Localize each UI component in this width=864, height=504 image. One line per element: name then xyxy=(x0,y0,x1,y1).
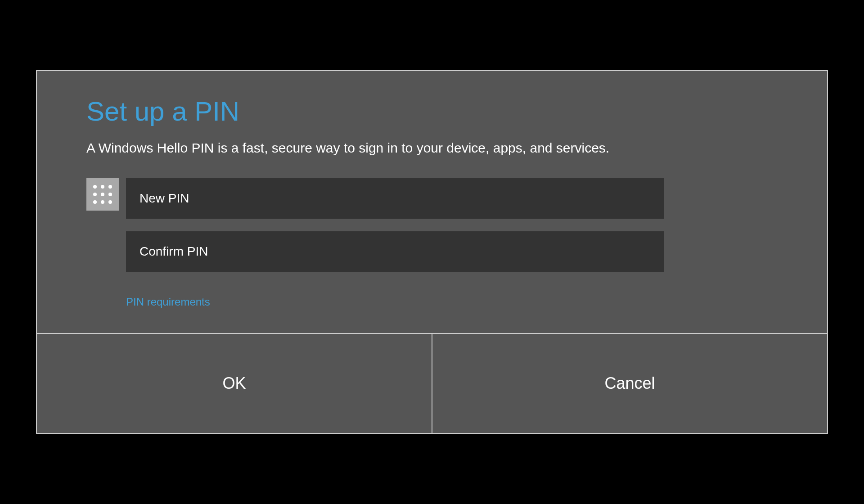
ok-button[interactable]: OK xyxy=(37,334,432,433)
dialog-title: Set up a PIN xyxy=(86,96,778,127)
confirm-pin-input[interactable] xyxy=(126,231,664,272)
cancel-button[interactable]: Cancel xyxy=(432,334,827,433)
dialog-description: A Windows Hello PIN is a fast, secure wa… xyxy=(86,140,778,156)
pin-setup-dialog: Set up a PIN A Windows Hello PIN is a fa… xyxy=(36,70,828,434)
button-row: OK Cancel xyxy=(37,333,827,433)
dialog-content: Set up a PIN A Windows Hello PIN is a fa… xyxy=(37,71,827,333)
new-pin-input[interactable] xyxy=(126,178,664,219)
pin-requirements-link[interactable]: PIN requirements xyxy=(126,296,210,308)
form-area xyxy=(86,178,778,284)
input-fields-container xyxy=(126,178,664,284)
keypad-icon xyxy=(86,178,119,211)
